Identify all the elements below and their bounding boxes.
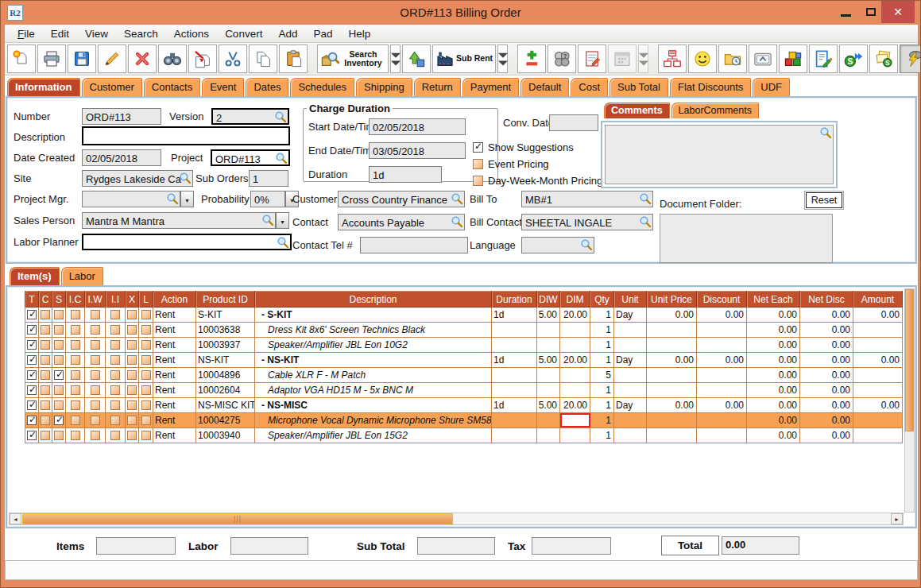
l-checkbox[interactable] bbox=[141, 400, 151, 410]
cell-duration[interactable] bbox=[492, 413, 537, 427]
description-field[interactable] bbox=[82, 126, 290, 145]
document-history-button[interactable] bbox=[718, 44, 747, 73]
table-row[interactable]: Rent10003937Speaker/Amplifier JBL Eon 10… bbox=[25, 338, 903, 353]
x-checkbox[interactable] bbox=[127, 340, 137, 350]
tab-item-s[interactable]: Item(s) bbox=[10, 267, 60, 285]
cell-action[interactable]: Rent bbox=[153, 353, 196, 367]
cell-amount[interactable] bbox=[853, 428, 903, 443]
iw-checkbox[interactable] bbox=[91, 416, 100, 425]
sub-rent-options-button[interactable] bbox=[497, 44, 508, 73]
iw-checkbox[interactable] bbox=[91, 310, 100, 319]
start-date-field[interactable]: 02/05/2018 bbox=[369, 118, 466, 135]
cell-diw[interactable] bbox=[537, 428, 560, 443]
c-checkbox[interactable] bbox=[41, 370, 50, 380]
items-total-field[interactable] bbox=[96, 537, 176, 555]
cell-ii[interactable] bbox=[106, 368, 126, 382]
column-header-l[interactable]: L bbox=[139, 291, 153, 308]
iw-checkbox[interactable] bbox=[91, 355, 100, 365]
ic-checkbox[interactable] bbox=[71, 325, 80, 335]
t-checkbox[interactable] bbox=[27, 385, 37, 395]
c-checkbox[interactable] bbox=[41, 340, 50, 350]
column-header-ii[interactable]: I.I bbox=[106, 291, 126, 308]
table-row[interactable]: Rent10004275Microphone Vocal Dynamic Mic… bbox=[25, 413, 903, 428]
ic-checkbox[interactable] bbox=[71, 400, 80, 410]
cell-net_disc[interactable]: 0.00 bbox=[800, 383, 853, 397]
cell-x[interactable] bbox=[126, 383, 139, 397]
quick-actions-button[interactable] bbox=[900, 44, 921, 73]
column-header-diw[interactable]: DIW bbox=[537, 291, 560, 308]
cell-s[interactable] bbox=[52, 413, 66, 427]
shortcut-keys-button[interactable] bbox=[749, 44, 777, 73]
cell-diw[interactable] bbox=[537, 323, 560, 337]
cell-duration[interactable] bbox=[492, 323, 537, 337]
cell-product_id[interactable]: NS-MISC KIT bbox=[196, 398, 255, 412]
cell-ii[interactable] bbox=[106, 308, 126, 322]
cell-l[interactable] bbox=[139, 368, 153, 382]
cell-ic[interactable] bbox=[66, 308, 85, 322]
close-button[interactable] bbox=[881, 1, 915, 23]
s-checkbox[interactable] bbox=[54, 431, 64, 440]
cell-t[interactable] bbox=[25, 398, 39, 412]
cell-x[interactable] bbox=[126, 413, 139, 427]
ic-checkbox[interactable] bbox=[71, 370, 80, 380]
search-icon[interactable] bbox=[451, 215, 463, 228]
column-header-qty[interactable]: Qty bbox=[590, 291, 614, 308]
cell-qty[interactable]: 1 bbox=[590, 398, 614, 412]
column-header-ic[interactable]: I.C bbox=[66, 291, 85, 308]
cell-ic[interactable] bbox=[66, 428, 85, 443]
ic-checkbox[interactable] bbox=[71, 416, 80, 425]
item-groups-button[interactable]: ? bbox=[548, 44, 576, 73]
search-icon[interactable] bbox=[819, 126, 832, 139]
cell-dim[interactable] bbox=[560, 428, 590, 443]
cell-net_disc[interactable]: 0.00 bbox=[800, 368, 853, 382]
cell-t[interactable] bbox=[25, 383, 39, 397]
cell-net_each[interactable]: 0.00 bbox=[747, 413, 800, 427]
iw-checkbox[interactable] bbox=[91, 400, 100, 410]
iw-checkbox[interactable] bbox=[91, 340, 100, 350]
cell-unit[interactable] bbox=[614, 428, 647, 443]
cell-ic[interactable] bbox=[66, 323, 85, 337]
cell-net_each[interactable]: 0.00 bbox=[747, 338, 800, 352]
menu-item-edit[interactable]: Edit bbox=[43, 25, 77, 42]
cell-ic[interactable] bbox=[66, 413, 85, 427]
ii-checkbox[interactable] bbox=[110, 400, 120, 410]
cell-s[interactable] bbox=[52, 353, 66, 367]
cell-discount[interactable] bbox=[697, 413, 747, 427]
cell-l[interactable] bbox=[139, 308, 153, 322]
new-order-button[interactable] bbox=[7, 44, 36, 73]
cell-t[interactable] bbox=[25, 413, 39, 427]
cell-s[interactable] bbox=[52, 308, 66, 322]
t-checkbox[interactable] bbox=[27, 400, 37, 410]
l-checkbox[interactable] bbox=[141, 325, 151, 335]
cell-unit[interactable]: Day bbox=[614, 308, 647, 322]
cell-l[interactable] bbox=[139, 413, 153, 427]
cell-iw[interactable] bbox=[85, 353, 106, 367]
event-pricing-checkbox[interactable] bbox=[473, 159, 483, 169]
cell-diw[interactable] bbox=[537, 413, 560, 427]
cell-net_disc[interactable]: 0.00 bbox=[800, 413, 853, 427]
ic-checkbox[interactable] bbox=[71, 340, 80, 350]
cell-discount[interactable]: 0.00 bbox=[697, 308, 747, 322]
cell-ii[interactable] bbox=[106, 338, 126, 352]
sales-person-field[interactable]: Mantra M Mantra bbox=[82, 212, 276, 229]
tab-laborcomments[interactable]: LaborComments bbox=[671, 103, 759, 118]
cell-discount[interactable] bbox=[697, 323, 747, 337]
cell-action[interactable]: Rent bbox=[153, 428, 196, 443]
table-row[interactable]: Rent10004896Cable XLR F - M Patch50.000.… bbox=[25, 368, 903, 383]
menu-item-pad[interactable]: Pad bbox=[305, 25, 340, 42]
site-field[interactable]: Rydges Lakeside Ca bbox=[82, 170, 193, 187]
x-checkbox[interactable] bbox=[127, 370, 137, 380]
c-checkbox[interactable] bbox=[41, 325, 50, 335]
column-header-amount[interactable]: Amount bbox=[853, 291, 903, 308]
cell-iw[interactable] bbox=[85, 398, 106, 412]
print-button[interactable] bbox=[37, 44, 66, 73]
contact-field[interactable]: Accounts Payable bbox=[338, 214, 465, 230]
cell-dim[interactable]: 20.00 bbox=[560, 308, 590, 322]
contact-tel-field[interactable] bbox=[360, 237, 468, 253]
cell-amount[interactable]: 0.00 bbox=[853, 308, 903, 322]
cell-net_each[interactable]: 0.00 bbox=[747, 353, 800, 367]
tab-labor[interactable]: Labor bbox=[61, 267, 103, 285]
cell-s[interactable] bbox=[52, 428, 66, 443]
cell-unit_price[interactable]: 0.00 bbox=[647, 398, 697, 412]
menu-item-help[interactable]: Help bbox=[340, 25, 378, 42]
